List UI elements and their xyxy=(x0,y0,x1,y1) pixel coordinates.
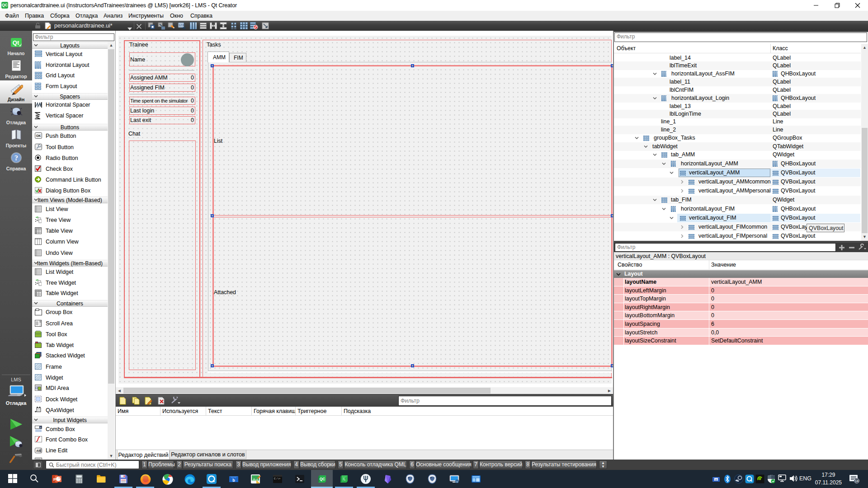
svg-text:AB: AB xyxy=(36,449,41,452)
svg-text:L: L xyxy=(343,477,345,481)
svg-text:b: b xyxy=(232,478,235,483)
svg-text:OK: OK xyxy=(36,134,41,137)
svg-text:C:\>: C:\> xyxy=(274,477,281,480)
svg-text:x: x xyxy=(457,480,458,483)
svg-text:Qt: Qt xyxy=(12,39,19,46)
svg-text:123: 123 xyxy=(179,23,184,27)
svg-text:?: ? xyxy=(14,154,18,162)
svg-text:QC: QC xyxy=(320,477,326,481)
svg-text:{}: {} xyxy=(715,479,717,481)
svg-text:P: P xyxy=(53,477,56,482)
svg-text:14: 14 xyxy=(855,479,859,483)
